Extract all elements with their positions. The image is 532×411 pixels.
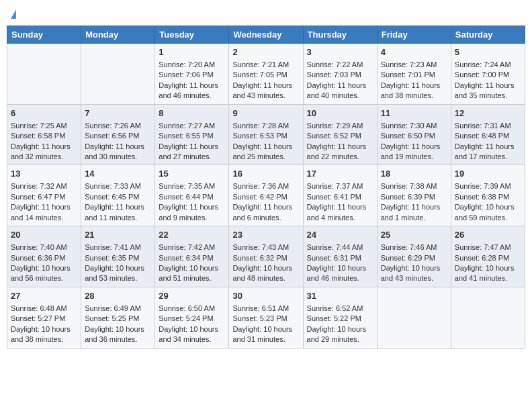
daylight-text: Daylight: 10 hours and 34 minutes. <box>159 325 218 343</box>
day-number: 5 <box>455 46 521 58</box>
day-number: 23 <box>232 229 299 241</box>
calendar-cell <box>7 43 81 104</box>
sunrise-text: Sunrise: 7:23 AM <box>381 60 437 68</box>
sunrise-text: Sunrise: 7:20 AM <box>159 60 215 68</box>
calendar-cell: 15Sunrise: 7:35 AMSunset: 6:44 PMDayligh… <box>155 165 229 226</box>
day-number: 7 <box>85 107 151 120</box>
header-thursday: Thursday <box>303 26 377 43</box>
daylight-text: Daylight: 10 hours and 51 minutes. <box>159 264 218 282</box>
sunset-text: Sunset: 6:55 PM <box>159 132 213 140</box>
daylight-text: Daylight: 11 hours and 35 minutes. <box>455 81 515 99</box>
daylight-text: Daylight: 10 hours and 29 minutes. <box>307 325 367 343</box>
sunset-text: Sunset: 7:01 PM <box>381 71 435 79</box>
calendar-cell <box>377 287 451 348</box>
header-sunday: Sunday <box>7 26 81 43</box>
calendar-week-row: 20Sunrise: 7:40 AMSunset: 6:36 PMDayligh… <box>7 226 525 287</box>
sunrise-text: Sunrise: 7:47 AM <box>455 243 511 251</box>
daylight-text: Daylight: 11 hours and 30 minutes. <box>85 142 144 161</box>
header-tuesday: Tuesday <box>155 26 229 43</box>
sunrise-text: Sunrise: 7:38 AM <box>381 182 437 190</box>
day-number: 6 <box>11 107 77 120</box>
daylight-text: Daylight: 10 hours and 31 minutes. <box>232 325 292 343</box>
daylight-text: Daylight: 11 hours and 4 minutes. <box>307 203 367 221</box>
sunset-text: Sunset: 7:00 PM <box>455 71 509 79</box>
sunset-text: Sunset: 6:56 PM <box>85 132 139 140</box>
day-number: 8 <box>159 107 225 120</box>
sunset-text: Sunset: 6:58 PM <box>11 132 65 140</box>
day-number: 26 <box>455 229 521 241</box>
sunset-text: Sunset: 6:53 PM <box>232 132 287 140</box>
day-number: 13 <box>11 168 77 180</box>
day-number: 11 <box>381 107 447 120</box>
daylight-text: Daylight: 11 hours and 27 minutes. <box>159 142 218 161</box>
day-number: 28 <box>85 290 151 302</box>
sunrise-text: Sunrise: 6:52 AM <box>307 304 363 312</box>
sunset-text: Sunset: 6:42 PM <box>232 193 287 201</box>
sunset-text: Sunset: 6:28 PM <box>455 254 509 262</box>
calendar-cell: 29Sunrise: 6:50 AMSunset: 5:24 PMDayligh… <box>155 287 229 348</box>
sunrise-text: Sunrise: 7:42 AM <box>159 243 215 251</box>
daylight-text: Daylight: 10 hours and 59 minutes. <box>455 203 515 221</box>
calendar-header-row: SundayMondayTuesdayWednesdayThursdayFrid… <box>7 26 525 43</box>
calendar-cell: 31Sunrise: 6:52 AMSunset: 5:22 PMDayligh… <box>303 287 377 348</box>
daylight-text: Daylight: 11 hours and 25 minutes. <box>232 142 292 161</box>
sunrise-text: Sunrise: 7:39 AM <box>455 182 511 190</box>
sunrise-text: Sunrise: 7:36 AM <box>232 182 289 190</box>
sunset-text: Sunset: 5:25 PM <box>85 314 139 322</box>
sunrise-text: Sunrise: 7:31 AM <box>455 122 511 130</box>
day-number: 17 <box>307 168 373 180</box>
daylight-text: Daylight: 10 hours and 46 minutes. <box>307 264 367 282</box>
sunset-text: Sunset: 6:32 PM <box>232 254 287 262</box>
daylight-text: Daylight: 10 hours and 48 minutes. <box>232 264 292 282</box>
day-number: 9 <box>232 107 299 120</box>
sunrise-text: Sunrise: 6:49 AM <box>85 304 141 312</box>
day-number: 29 <box>159 290 225 302</box>
calendar-cell: 19Sunrise: 7:39 AMSunset: 6:38 PMDayligh… <box>451 165 525 226</box>
calendar-cell: 3Sunrise: 7:22 AMSunset: 7:03 PMDaylight… <box>303 43 377 104</box>
daylight-text: Daylight: 10 hours and 56 minutes. <box>11 264 71 282</box>
daylight-text: Daylight: 11 hours and 32 minutes. <box>11 142 71 161</box>
sunset-text: Sunset: 5:23 PM <box>232 314 287 322</box>
calendar-week-row: 1Sunrise: 7:20 AMSunset: 7:06 PMDaylight… <box>7 43 525 104</box>
sunrise-text: Sunrise: 7:22 AM <box>307 60 363 68</box>
calendar-cell: 30Sunrise: 6:51 AMSunset: 5:23 PMDayligh… <box>229 287 303 348</box>
sunset-text: Sunset: 6:41 PM <box>307 193 361 201</box>
calendar-cell: 17Sunrise: 7:37 AMSunset: 6:41 PMDayligh… <box>303 165 377 226</box>
daylight-text: Daylight: 11 hours and 14 minutes. <box>11 203 71 221</box>
daylight-text: Daylight: 11 hours and 46 minutes. <box>159 81 218 99</box>
sunrise-text: Sunrise: 7:30 AM <box>381 122 437 130</box>
sunrise-text: Sunrise: 6:51 AM <box>232 304 289 312</box>
sunrise-text: Sunrise: 7:37 AM <box>307 182 363 190</box>
sunrise-text: Sunrise: 7:40 AM <box>11 243 67 251</box>
day-number: 14 <box>85 168 151 180</box>
calendar-cell: 1Sunrise: 7:20 AMSunset: 7:06 PMDaylight… <box>155 43 229 104</box>
sunrise-text: Sunrise: 7:21 AM <box>232 60 289 68</box>
daylight-text: Daylight: 11 hours and 9 minutes. <box>159 203 218 221</box>
day-number: 21 <box>85 229 151 241</box>
daylight-text: Daylight: 11 hours and 6 minutes. <box>232 203 292 221</box>
calendar-cell: 23Sunrise: 7:43 AMSunset: 6:32 PMDayligh… <box>229 226 303 287</box>
daylight-text: Daylight: 11 hours and 19 minutes. <box>381 142 441 161</box>
sunrise-text: Sunrise: 7:32 AM <box>11 182 67 190</box>
day-number: 18 <box>381 168 447 180</box>
daylight-text: Daylight: 11 hours and 40 minutes. <box>307 81 367 99</box>
day-number: 25 <box>381 229 447 241</box>
calendar-cell: 5Sunrise: 7:24 AMSunset: 7:00 PMDaylight… <box>451 43 525 104</box>
sunrise-text: Sunrise: 7:35 AM <box>159 182 215 190</box>
daylight-text: Daylight: 11 hours and 11 minutes. <box>85 203 144 221</box>
sunrise-text: Sunrise: 7:33 AM <box>85 182 141 190</box>
calendar-cell: 28Sunrise: 6:49 AMSunset: 5:25 PMDayligh… <box>81 287 155 348</box>
header-monday: Monday <box>81 26 155 43</box>
day-number: 16 <box>232 168 299 180</box>
sunrise-text: Sunrise: 7:28 AM <box>232 122 289 130</box>
sunrise-text: Sunrise: 7:26 AM <box>85 122 141 130</box>
sunset-text: Sunset: 6:47 PM <box>11 193 65 201</box>
calendar-cell: 2Sunrise: 7:21 AMSunset: 7:05 PMDaylight… <box>229 43 303 104</box>
day-number: 12 <box>455 107 521 120</box>
sunset-text: Sunset: 6:35 PM <box>85 254 139 262</box>
sunset-text: Sunset: 6:52 PM <box>307 132 361 140</box>
header-saturday: Saturday <box>451 26 525 43</box>
calendar-table: SundayMondayTuesdayWednesdayThursdayFrid… <box>7 26 525 349</box>
calendar-cell: 25Sunrise: 7:46 AMSunset: 6:29 PMDayligh… <box>377 226 451 287</box>
calendar-cell: 4Sunrise: 7:23 AMSunset: 7:01 PMDaylight… <box>377 43 451 104</box>
